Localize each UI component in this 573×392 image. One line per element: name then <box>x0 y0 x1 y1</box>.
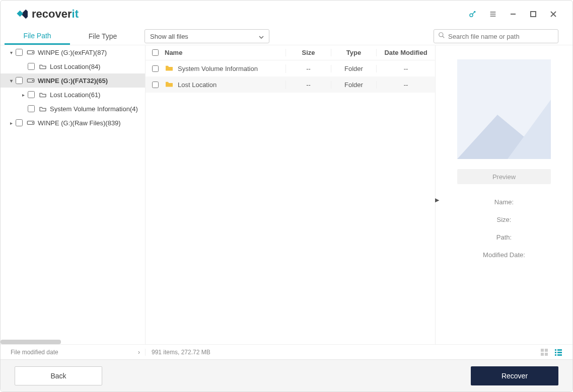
expand-icon[interactable]: ▸ <box>19 92 28 98</box>
list-header: Name Size Type Date Modified <box>146 45 435 60</box>
tree-item[interactable]: ▸WINPE (G:)(Raw Files)(839) <box>1 116 145 130</box>
svg-rect-1 <box>17 11 23 17</box>
svg-rect-22 <box>545 349 548 352</box>
row-name: System Volume Information <box>178 65 258 72</box>
collapse-preview-icon[interactable]: ▶ <box>435 195 439 204</box>
chevron-down-icon <box>259 33 264 40</box>
logo-icon <box>15 8 28 21</box>
filter-select[interactable]: Show all files <box>145 29 269 43</box>
svg-rect-21 <box>541 349 544 352</box>
folder-icon <box>39 106 47 112</box>
chevron-right-icon: › <box>138 349 140 356</box>
logo-text: recoverit <box>32 8 79 21</box>
svg-rect-30 <box>557 354 562 356</box>
svg-rect-28 <box>557 352 562 353</box>
maximize-button[interactable] <box>523 4 543 24</box>
footer: Back Recover <box>1 359 572 391</box>
svg-point-15 <box>32 80 33 81</box>
tab-file-path[interactable]: File Path <box>5 28 70 45</box>
tree-label: WINPE (G:)(FAT32)(65) <box>38 77 108 85</box>
row-name: Lost Location <box>178 81 217 89</box>
preview-pane: ▶ Preview Name: Size: Path: Modified Dat… <box>436 45 572 344</box>
row-date: -- <box>377 81 435 89</box>
row-type: Folder <box>331 81 377 89</box>
svg-point-10 <box>439 33 443 37</box>
main-pane: ▾WINPE (G:)(exFAT)(87)Lost Location(84)▾… <box>1 45 572 344</box>
row-type: Folder <box>331 65 377 72</box>
tree-item[interactable]: System Volume Information(4) <box>1 102 145 116</box>
row-size: -- <box>286 81 331 89</box>
row-checkbox[interactable] <box>152 65 159 72</box>
meta-path: Path: <box>445 233 563 241</box>
folder-icon <box>165 81 174 89</box>
list-row[interactable]: System Volume Information--Folder-- <box>146 60 435 76</box>
svg-rect-25 <box>555 349 556 351</box>
app-logo: recoverit <box>15 8 79 21</box>
tree-item[interactable]: ▾WINPE (G:)(FAT32)(65) <box>1 73 145 88</box>
tab-file-type[interactable]: File Type <box>70 29 135 44</box>
status-left-label: File modified date <box>11 349 58 356</box>
col-header-type[interactable]: Type <box>331 49 377 56</box>
row-size: -- <box>286 65 331 72</box>
meta-size: Size: <box>445 216 563 223</box>
svg-rect-24 <box>545 353 548 356</box>
folder-icon <box>165 64 174 73</box>
list-body: System Volume Information--Folder--Lost … <box>146 60 435 344</box>
col-header-date[interactable]: Date Modified <box>377 49 435 56</box>
recover-button[interactable]: Recover <box>471 366 558 385</box>
svg-point-13 <box>32 52 33 52</box>
drive-icon <box>27 120 35 126</box>
titlebar: recoverit <box>1 1 572 28</box>
preview-button[interactable]: Preview <box>457 169 551 184</box>
horizontal-scrollbar[interactable] <box>1 340 61 344</box>
filter-label: Show all files <box>150 33 188 40</box>
expand-icon[interactable]: ▸ <box>7 120 16 126</box>
tree-label: WINPE (G:)(Raw Files)(839) <box>38 119 121 127</box>
svg-rect-7 <box>531 12 536 17</box>
svg-rect-27 <box>555 352 556 353</box>
tree-checkbox[interactable] <box>28 105 35 112</box>
toolbar-row: File Path File Type Show all files <box>1 28 572 45</box>
search-input[interactable] <box>448 33 554 40</box>
preview-placeholder <box>457 59 551 159</box>
status-filter-modified-date[interactable]: File modified date › <box>1 349 146 356</box>
tree-pane: ▾WINPE (G:)(exFAT)(87)Lost Location(84)▾… <box>1 45 146 344</box>
preview-meta: Name: Size: Path: Modified Date: <box>445 198 563 259</box>
minimize-button[interactable] <box>503 4 523 24</box>
svg-rect-26 <box>557 349 562 351</box>
tree-item[interactable]: ▾WINPE (G:)(exFAT)(87) <box>1 45 145 59</box>
folder-icon <box>39 63 47 69</box>
tree-checkbox[interactable] <box>28 63 35 70</box>
close-button[interactable] <box>543 4 563 24</box>
tree-checkbox[interactable] <box>16 119 23 126</box>
list-row[interactable]: Lost Location--Folder-- <box>146 76 435 93</box>
meta-modified: Modified Date: <box>445 251 563 259</box>
col-header-size[interactable]: Size <box>286 49 331 56</box>
folder-icon <box>39 92 47 98</box>
back-button[interactable]: Back <box>15 366 102 385</box>
tree-checkbox[interactable] <box>16 49 23 56</box>
tree-label: Lost Location(84) <box>50 63 100 70</box>
list-pane: Name Size Type Date Modified System Volu… <box>146 45 436 344</box>
drive-icon <box>27 49 35 55</box>
tree-checkbox[interactable] <box>28 91 35 98</box>
expand-icon[interactable]: ▾ <box>7 78 16 84</box>
statusbar: File modified date › 991 items, 272.72 M… <box>1 344 572 359</box>
col-header-name[interactable]: Name <box>165 49 286 56</box>
view-grid-icon[interactable] <box>540 348 549 356</box>
row-checkbox[interactable] <box>152 82 159 88</box>
svg-point-17 <box>32 122 33 123</box>
menu-icon[interactable] <box>483 4 503 24</box>
tree-checkbox[interactable] <box>16 77 23 84</box>
key-icon[interactable] <box>463 4 483 24</box>
select-all-checkbox[interactable] <box>152 49 159 56</box>
status-summary: 991 items, 272.72 MB <box>146 349 436 356</box>
tree-item[interactable]: Lost Location(84) <box>1 59 145 73</box>
expand-icon[interactable]: ▾ <box>7 50 16 55</box>
tree-item[interactable]: ▸Lost Location(61) <box>1 88 145 102</box>
meta-name: Name: <box>445 198 563 206</box>
svg-point-2 <box>470 14 473 17</box>
tree-label: System Volume Information(4) <box>50 105 138 113</box>
search-box[interactable] <box>434 29 558 43</box>
view-list-icon[interactable] <box>554 348 563 356</box>
